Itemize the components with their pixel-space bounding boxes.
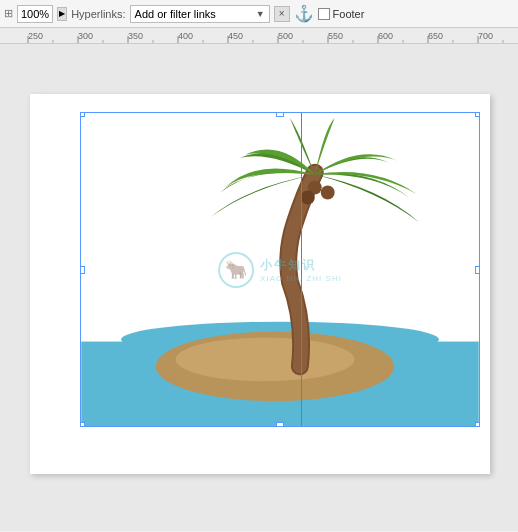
ruler-svg: 250 300 350 400 450 500 550 600 650 700	[0, 28, 518, 44]
svg-text:300: 300	[78, 31, 93, 41]
canvas-area: 🐂 小牛知识 XIAO NIU ZHI SHI	[0, 44, 518, 531]
svg-point-36	[176, 338, 355, 382]
dropdown-arrow-icon: ▼	[256, 9, 265, 19]
handle-top-right[interactable]	[475, 112, 480, 117]
close-icon: ×	[279, 8, 285, 19]
svg-text:350: 350	[128, 31, 143, 41]
zoom-value: 100%	[21, 8, 49, 20]
handle-middle-right[interactable]	[475, 266, 480, 274]
svg-text:250: 250	[28, 31, 43, 41]
svg-text:700: 700	[478, 31, 493, 41]
handle-middle-left[interactable]	[80, 266, 85, 274]
handle-top-left[interactable]	[80, 112, 85, 117]
footer-checkbox-area: Footer	[318, 8, 365, 20]
zoom-section: ⊞ 100% ▶	[4, 5, 67, 23]
image-frame[interactable]: 🐂 小牛知识 XIAO NIU ZHI SHI	[80, 112, 480, 427]
svg-text:450: 450	[228, 31, 243, 41]
zoom-arrow-icon: ▶	[59, 9, 65, 18]
hyperlinks-close-btn[interactable]: ×	[274, 6, 290, 22]
hyperlinks-section: Hyperlinks: Add or filter links ▼ ×	[71, 5, 289, 23]
svg-point-38	[321, 186, 335, 200]
handle-bottom-right[interactable]	[475, 422, 480, 427]
handle-top-center[interactable]	[276, 112, 284, 117]
zoom-box[interactable]: 100%	[17, 5, 53, 23]
handle-bottom-center[interactable]	[276, 422, 284, 427]
hyperlinks-placeholder: Add or filter links	[135, 8, 216, 20]
ruler: 250 300 350 400 450 500 550 600 650 700	[0, 28, 518, 44]
zoom-icon: ⊞	[4, 7, 13, 20]
svg-point-39	[301, 191, 315, 205]
anchor-icon[interactable]: ⚓	[294, 4, 314, 23]
svg-text:550: 550	[328, 31, 343, 41]
zoom-arrow-btn[interactable]: ▶	[57, 7, 67, 21]
svg-text:400: 400	[178, 31, 193, 41]
svg-text:600: 600	[378, 31, 393, 41]
handle-bottom-left[interactable]	[80, 422, 85, 427]
hyperlinks-label: Hyperlinks:	[71, 8, 125, 20]
svg-text:650: 650	[428, 31, 443, 41]
island-illustration	[81, 113, 479, 426]
hyperlinks-dropdown[interactable]: Add or filter links ▼	[130, 5, 270, 23]
svg-text:500: 500	[278, 31, 293, 41]
footer-label: Footer	[333, 8, 365, 20]
document-page: 🐂 小牛知识 XIAO NIU ZHI SHI	[30, 94, 490, 474]
footer-checkbox[interactable]	[318, 8, 330, 20]
toolbar: ⊞ 100% ▶ Hyperlinks: Add or filter links…	[0, 0, 518, 28]
